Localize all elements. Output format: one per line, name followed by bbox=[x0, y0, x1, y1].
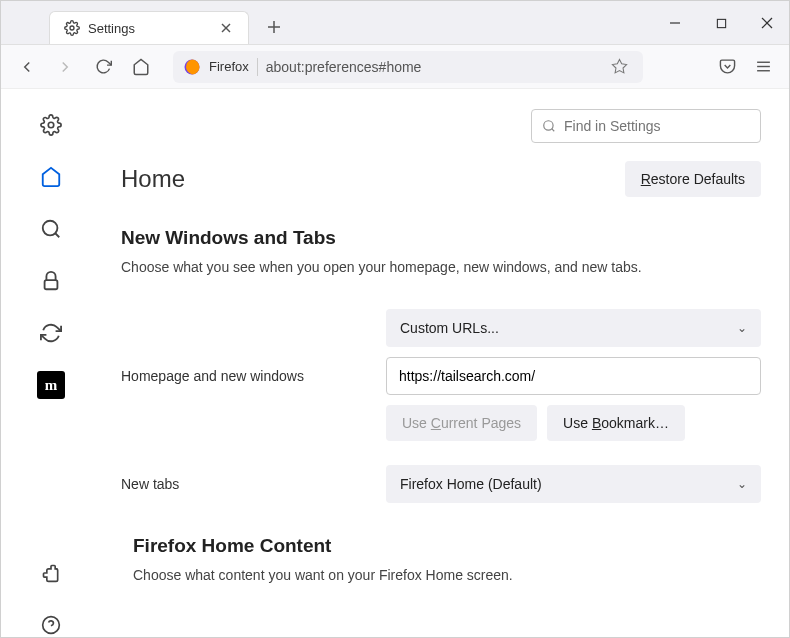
sidebar-general-icon[interactable] bbox=[37, 111, 65, 139]
svg-line-21 bbox=[552, 129, 555, 132]
sidebar-help-icon[interactable] bbox=[37, 611, 65, 638]
svg-line-16 bbox=[55, 233, 59, 237]
url-text: about:preferences#home bbox=[266, 59, 597, 75]
settings-main: Home Restore Defaults New Windows and Ta… bbox=[101, 89, 789, 638]
menu-button[interactable] bbox=[749, 53, 777, 81]
sidebar-search-icon[interactable] bbox=[37, 215, 65, 243]
svg-rect-17 bbox=[45, 280, 58, 289]
section-new-windows-title: New Windows and Tabs bbox=[121, 227, 761, 249]
chevron-down-icon: ⌄ bbox=[737, 321, 747, 335]
forward-button[interactable] bbox=[51, 53, 79, 81]
content-area: m Home Restore Defaults New Windows and … bbox=[1, 89, 789, 638]
identity-label: Firefox bbox=[209, 59, 249, 74]
homepage-row-label: Homepage and new windows bbox=[121, 368, 386, 384]
newtabs-value: Firefox Home (Default) bbox=[400, 476, 542, 492]
sidebar-home-icon[interactable] bbox=[37, 163, 65, 191]
tab-title: Settings bbox=[88, 21, 210, 36]
window-controls bbox=[661, 9, 781, 37]
bookmark-star-icon[interactable] bbox=[605, 53, 633, 81]
close-window-button[interactable] bbox=[753, 9, 781, 37]
homepage-url-input[interactable] bbox=[386, 357, 761, 395]
address-bar[interactable]: Firefox about:preferences#home bbox=[173, 51, 643, 83]
newtabs-label: New tabs bbox=[121, 476, 386, 492]
svg-point-20 bbox=[544, 121, 553, 130]
minimize-button[interactable] bbox=[661, 9, 689, 37]
restore-defaults-button[interactable]: Restore Defaults bbox=[625, 161, 761, 197]
find-in-settings[interactable] bbox=[531, 109, 761, 143]
sidebar-extensions-icon[interactable] bbox=[37, 559, 65, 587]
section-home-content-title: Firefox Home Content bbox=[133, 535, 761, 557]
find-in-settings-input[interactable] bbox=[564, 118, 750, 134]
svg-marker-10 bbox=[612, 59, 626, 72]
navigation-toolbar: Firefox about:preferences#home bbox=[1, 45, 789, 89]
sidebar-sync-icon[interactable] bbox=[37, 319, 65, 347]
settings-sidebar: m bbox=[1, 89, 101, 638]
homepage-mode-select[interactable]: Custom URLs... ⌄ bbox=[386, 309, 761, 347]
svg-point-14 bbox=[48, 122, 54, 128]
chevron-down-icon: ⌄ bbox=[737, 477, 747, 491]
back-button[interactable] bbox=[13, 53, 41, 81]
close-tab-icon[interactable] bbox=[218, 20, 234, 36]
reload-button[interactable] bbox=[89, 53, 117, 81]
section-new-windows-desc: Choose what you see when you open your h… bbox=[121, 259, 761, 275]
sidebar-privacy-icon[interactable] bbox=[37, 267, 65, 295]
use-bookmark-button[interactable]: Use Bookmark… bbox=[547, 405, 685, 441]
homepage-mode-value: Custom URLs... bbox=[400, 320, 499, 336]
pocket-icon[interactable] bbox=[713, 53, 741, 81]
svg-point-0 bbox=[70, 26, 74, 30]
maximize-button[interactable] bbox=[707, 9, 735, 37]
search-icon bbox=[542, 119, 556, 133]
home-button[interactable] bbox=[127, 53, 155, 81]
svg-rect-6 bbox=[717, 19, 725, 27]
titlebar: Settings bbox=[1, 1, 789, 45]
sidebar-more-icon[interactable]: m bbox=[37, 371, 65, 399]
section-home-content-desc: Choose what content you want on your Fir… bbox=[133, 567, 761, 583]
divider bbox=[257, 58, 258, 76]
svg-point-15 bbox=[43, 221, 58, 236]
newtabs-select[interactable]: Firefox Home (Default) ⌄ bbox=[386, 465, 761, 503]
use-current-pages-button[interactable]: Use Current Pages bbox=[386, 405, 537, 441]
page-title: Home bbox=[121, 165, 185, 193]
firefox-logo-icon bbox=[183, 58, 201, 76]
new-tab-button[interactable] bbox=[261, 14, 287, 44]
gear-icon bbox=[64, 20, 80, 36]
browser-tab[interactable]: Settings bbox=[49, 11, 249, 44]
